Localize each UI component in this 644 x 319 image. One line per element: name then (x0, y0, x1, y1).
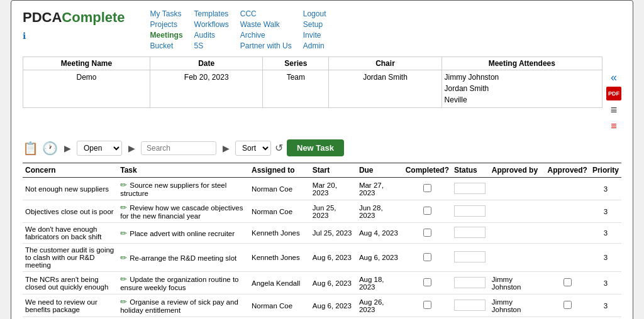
nav-setup[interactable]: Setup (303, 20, 326, 29)
info-icon[interactable]: ℹ (23, 31, 26, 41)
meeting-header-chair: Chair (329, 57, 441, 70)
meeting-header-attendees: Meeting Attendees (441, 57, 602, 70)
nav-bucket[interactable]: Bucket (150, 41, 183, 50)
meeting-date-cell: Feb 20, 2023 (150, 70, 263, 108)
table-row: We need to review our benefits package ✏… (23, 295, 621, 317)
nav-columns: My Tasks Projects Meetings Bucket Templa… (150, 9, 326, 50)
cell-completed-5[interactable] (403, 295, 452, 317)
edit-icon-1[interactable]: ✏ (120, 203, 127, 212)
meeting-wrapper: Meeting Name Date Series Chair Meeting A… (23, 57, 621, 133)
nav-admin[interactable]: Admin (303, 41, 326, 50)
edit-icon-4[interactable]: ✏ (120, 274, 127, 284)
cell-approved-4[interactable] (545, 272, 590, 295)
edit-icon-2[interactable]: ✏ (120, 229, 127, 238)
table-row: Objectives close out is poor ✏Review how… (23, 200, 621, 223)
refresh-button[interactable]: ↺ (275, 142, 283, 154)
play-button-1[interactable]: ▶ (62, 143, 73, 154)
cell-priority-0: 3 (590, 178, 621, 200)
completed-checkbox-3[interactable] (423, 253, 431, 261)
th-start: Start (310, 163, 357, 178)
nav-audits[interactable]: Audits (194, 31, 229, 40)
cell-approved-5[interactable] (545, 295, 590, 317)
table-row: We don't have enough fabricators on back… (23, 223, 621, 244)
cell-completed-0[interactable] (403, 178, 452, 200)
meeting-attendees-cell: Jimmy Johnston Jordan Smith Neville (441, 70, 602, 108)
th-due: Due (357, 163, 403, 178)
tasks-table: Concern Task Assigned to Start Due Compl… (23, 163, 621, 317)
cell-start-4: Aug 6, 2023 (310, 272, 357, 295)
approved-checkbox-5[interactable] (564, 301, 572, 309)
clipboard-icon[interactable]: 📋 (23, 141, 38, 156)
cell-concern-2: We don't have enough fabricators on back… (23, 223, 118, 244)
pdf-button[interactable]: PDF (606, 87, 621, 100)
cell-start-5: Aug 6, 2023 (310, 295, 357, 317)
completed-checkbox-0[interactable] (423, 184, 431, 192)
completed-checkbox-2[interactable] (423, 229, 431, 237)
cell-assigned-4: Angela Kendall (249, 272, 310, 295)
edit-icon-3[interactable]: ✏ (120, 253, 127, 262)
meeting-chair-cell: Jordan Smith (329, 70, 441, 108)
cell-completed-4[interactable] (403, 272, 452, 295)
nav-archive[interactable]: Archive (240, 31, 292, 40)
logo: PDCAComplete (23, 9, 125, 26)
cell-priority-4: 3 (590, 272, 621, 295)
nav-ccc[interactable]: CCC (240, 9, 292, 18)
cell-due-2: Aug 4, 2023 (357, 223, 403, 244)
cell-task-4: ✏Update the organization routine to ensu… (118, 272, 249, 295)
th-status: Status (452, 163, 489, 178)
cell-status-3 (452, 244, 489, 272)
nav-templates[interactable]: Templates (194, 9, 229, 18)
table-row: Not enough new suppliers ✏Source new sup… (23, 178, 621, 200)
cell-concern-1: Objectives close out is poor (23, 200, 118, 223)
cell-completed-2[interactable] (403, 223, 452, 244)
nav-partner[interactable]: Partner with Us (240, 41, 292, 50)
cell-approved-0[interactable] (545, 178, 590, 200)
nav-workflows[interactable]: Workflows (194, 20, 229, 29)
nav-my-tasks[interactable]: My Tasks (150, 9, 183, 18)
meeting-header-date: Date (150, 57, 263, 70)
clock-icon[interactable]: 🕐 (42, 141, 58, 156)
completed-checkbox-5[interactable] (423, 301, 431, 309)
cell-concern-3: The customer audit is going to clash wit… (23, 244, 118, 272)
cell-approved-3[interactable] (545, 244, 590, 272)
nav-invite[interactable]: Invite (303, 31, 326, 40)
filter-dropdown[interactable]: Open Closed All (77, 141, 122, 156)
search-input[interactable] (141, 141, 216, 155)
cell-assigned-0: Norman Coe (249, 178, 310, 200)
cell-status-5 (452, 295, 489, 317)
play-button-2[interactable]: ▶ (126, 143, 137, 154)
completed-checkbox-1[interactable] (423, 207, 431, 215)
cell-start-1: Jun 25, 2023 (310, 200, 357, 223)
completed-checkbox-4[interactable] (423, 278, 431, 286)
nav-projects[interactable]: Projects (150, 20, 183, 29)
edit-icon-5[interactable]: ✏ (120, 297, 127, 306)
cell-status-0 (452, 178, 489, 200)
back-arrow-button[interactable]: « (606, 70, 621, 84)
cell-approved-2[interactable] (545, 223, 590, 244)
nav-logout[interactable]: Logout (303, 9, 326, 18)
new-task-button[interactable]: New Task (287, 139, 344, 156)
cell-completed-1[interactable] (403, 200, 452, 223)
approved-checkbox-4[interactable] (564, 278, 572, 286)
cell-priority-5: 3 (590, 295, 621, 317)
cell-concern-5: We need to review our benefits package (23, 295, 118, 317)
th-concern: Concern (23, 163, 118, 178)
cell-due-3: Aug 6, 2023 (357, 244, 403, 272)
nav-5s[interactable]: 5S (194, 41, 229, 50)
cell-approved-1[interactable] (545, 200, 590, 223)
red-list-button[interactable]: ≡ (606, 119, 621, 133)
hamburger-button[interactable]: ≡ (606, 103, 621, 117)
edit-icon-0[interactable]: ✏ (120, 180, 127, 190)
status-box-0 (454, 183, 486, 194)
nav-waste-walk[interactable]: Waste Walk (240, 20, 292, 29)
th-assigned: Assigned to (249, 163, 310, 178)
status-box-5 (454, 300, 486, 311)
cell-task-0: ✏Source new suppliers for steel structur… (118, 178, 249, 200)
nav-col-3: CCC Waste Walk Archive Partner with Us (240, 9, 292, 50)
play-button-3[interactable]: ▶ (220, 143, 231, 154)
sort-dropdown[interactable]: Sort (235, 141, 271, 156)
cell-completed-3[interactable] (403, 244, 452, 272)
nav-meetings[interactable]: Meetings (150, 31, 183, 40)
nav-col-2: Templates Workflows Audits 5S (194, 9, 229, 50)
cell-approved-by-4: Jimmy Johnston (489, 272, 545, 295)
